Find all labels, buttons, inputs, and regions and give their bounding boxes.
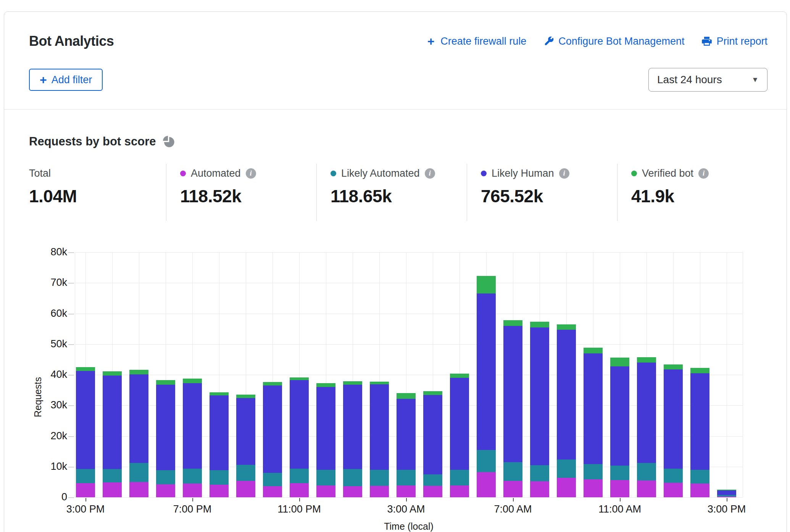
bar-segment-likely-human[interactable] xyxy=(717,490,736,495)
bar-segment-verified-bot[interactable] xyxy=(263,382,282,385)
bar-segment-likely-automated[interactable] xyxy=(263,473,282,486)
bar-segment-automated[interactable] xyxy=(103,482,122,497)
stacked-bar-700am[interactable] xyxy=(503,320,522,497)
bar-segment-likely-human[interactable] xyxy=(316,387,335,470)
stacked-bar-300pm[interactable] xyxy=(717,490,736,497)
bar-segment-automated[interactable] xyxy=(503,481,522,497)
bar-segment-likely-human[interactable] xyxy=(183,383,202,469)
bar-segment-automated[interactable] xyxy=(717,497,736,497)
bar-segment-likely-human[interactable] xyxy=(530,327,549,465)
bar-segment-automated[interactable] xyxy=(129,482,148,497)
stacked-bar-100am[interactable] xyxy=(343,381,362,497)
bar-segment-likely-human[interactable] xyxy=(503,326,522,462)
bar-segment-verified-bot[interactable] xyxy=(183,379,202,383)
info-icon[interactable]: i xyxy=(246,168,256,179)
bar-segment-automated[interactable] xyxy=(584,479,603,497)
stacked-bar-800am[interactable] xyxy=(530,322,549,497)
bar-segment-verified-bot[interactable] xyxy=(503,320,522,326)
bar-segment-automated[interactable] xyxy=(637,480,656,497)
bar-segment-likely-human[interactable] xyxy=(370,384,389,470)
bar-segment-verified-bot[interactable] xyxy=(370,382,389,384)
bar-segment-automated[interactable] xyxy=(530,481,549,497)
bar-segment-likely-automated[interactable] xyxy=(129,463,148,482)
bar-segment-likely-automated[interactable] xyxy=(450,470,469,485)
bar-segment-verified-bot[interactable] xyxy=(156,380,175,385)
stacked-bar-900pm[interactable] xyxy=(236,395,255,497)
stacked-bar-1200pm[interactable] xyxy=(637,357,656,497)
stacked-bar-500am[interactable] xyxy=(450,374,469,497)
bar-segment-likely-automated[interactable] xyxy=(557,459,576,478)
stacked-bar-600pm[interactable] xyxy=(156,380,175,497)
info-icon[interactable]: i xyxy=(559,168,569,179)
stacked-bar-400am[interactable] xyxy=(423,391,442,497)
bar-segment-verified-bot[interactable] xyxy=(584,348,603,353)
bar-segment-likely-automated[interactable] xyxy=(156,470,175,484)
bar-segment-likely-automated[interactable] xyxy=(397,470,416,485)
bar-segment-automated[interactable] xyxy=(343,486,362,497)
bar-segment-automated[interactable] xyxy=(316,485,335,497)
bar-segment-likely-automated[interactable] xyxy=(316,470,335,485)
bar-segment-verified-bot[interactable] xyxy=(76,367,95,371)
bar-segment-likely-human[interactable] xyxy=(637,363,656,463)
stacked-bar-900am[interactable] xyxy=(557,324,576,497)
stacked-bar-800pm[interactable] xyxy=(210,392,229,497)
bar-segment-automated[interactable] xyxy=(450,485,469,497)
bar-segment-likely-automated[interactable] xyxy=(343,469,362,486)
bar-segment-verified-bot[interactable] xyxy=(664,364,683,369)
bar-segment-automated[interactable] xyxy=(477,472,496,497)
bar-segment-automated[interactable] xyxy=(290,483,309,497)
bar-segment-verified-bot[interactable] xyxy=(343,381,362,385)
create-firewall-rule-link[interactable]: + Create firewall rule xyxy=(425,35,526,47)
bar-segment-likely-human[interactable] xyxy=(584,353,603,464)
bar-segment-likely-human[interactable] xyxy=(690,373,709,470)
stacked-bar-700pm[interactable] xyxy=(183,379,202,497)
bar-segment-verified-bot[interactable] xyxy=(423,391,442,395)
bar-segment-verified-bot[interactable] xyxy=(210,392,229,395)
bar-segment-automated[interactable] xyxy=(610,480,629,497)
bar-segment-verified-bot[interactable] xyxy=(557,324,576,330)
bar-segment-verified-bot[interactable] xyxy=(316,383,335,387)
bar-segment-automated[interactable] xyxy=(423,486,442,497)
stacked-bar-1100am[interactable] xyxy=(610,358,629,497)
bar-segment-likely-human[interactable] xyxy=(103,376,122,469)
stacked-bar-1200am[interactable] xyxy=(316,383,335,497)
stacked-bar-400pm[interactable] xyxy=(103,371,122,497)
stacked-bar-1000am[interactable] xyxy=(584,348,603,497)
bar-segment-likely-automated[interactable] xyxy=(530,465,549,482)
bar-segment-likely-human[interactable] xyxy=(290,380,309,468)
bar-segment-automated[interactable] xyxy=(557,478,576,497)
bar-segment-automated[interactable] xyxy=(263,486,282,497)
bar-segment-likely-automated[interactable] xyxy=(103,469,122,482)
bar-segment-likely-automated[interactable] xyxy=(183,469,202,484)
bar-segment-likely-automated[interactable] xyxy=(210,470,229,485)
bar-segment-verified-bot[interactable] xyxy=(690,368,709,373)
bar-segment-verified-bot[interactable] xyxy=(290,377,309,380)
bar-segment-automated[interactable] xyxy=(156,484,175,498)
bar-segment-likely-automated[interactable] xyxy=(290,469,309,484)
bar-segment-likely-human[interactable] xyxy=(210,395,229,471)
bar-segment-likely-human[interactable] xyxy=(76,371,95,469)
bar-segment-automated[interactable] xyxy=(76,483,95,497)
bar-segment-automated[interactable] xyxy=(690,484,709,497)
bar-segment-likely-human[interactable] xyxy=(129,374,148,463)
bar-segment-likely-human[interactable] xyxy=(610,366,629,466)
bar-segment-likely-automated[interactable] xyxy=(76,469,95,483)
bar-segment-likely-human[interactable] xyxy=(450,378,469,470)
bar-segment-likely-automated[interactable] xyxy=(477,450,496,472)
stacked-bar-100pm[interactable] xyxy=(664,364,683,497)
bar-segment-likely-automated[interactable] xyxy=(236,465,255,481)
stacked-bar-1100pm[interactable] xyxy=(290,377,309,497)
bar-segment-verified-bot[interactable] xyxy=(450,374,469,378)
bar-segment-verified-bot[interactable] xyxy=(129,370,148,374)
bar-segment-likely-automated[interactable] xyxy=(690,470,709,484)
time-range-dropdown[interactable]: Last 24 hours ▼ xyxy=(648,68,767,92)
bar-segment-likely-automated[interactable] xyxy=(664,469,683,483)
print-report-link[interactable]: Print report xyxy=(701,35,767,47)
stacked-bar-200pm[interactable] xyxy=(690,368,709,497)
bar-segment-automated[interactable] xyxy=(183,484,202,497)
bar-segment-likely-human[interactable] xyxy=(156,385,175,471)
bar-segment-verified-bot[interactable] xyxy=(103,371,122,375)
bar-segment-likely-human[interactable] xyxy=(664,369,683,469)
add-filter-button[interactable]: + Add filter xyxy=(29,69,103,91)
stacked-bar-600am[interactable] xyxy=(477,276,496,497)
